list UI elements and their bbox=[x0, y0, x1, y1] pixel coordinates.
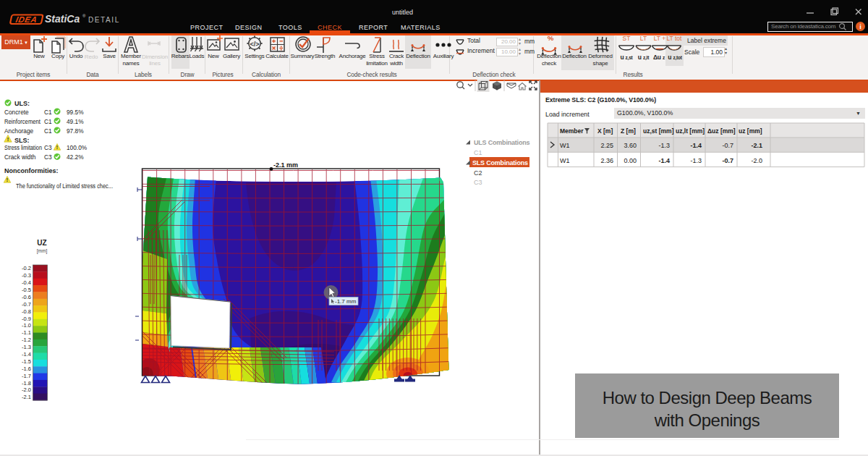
svg-text:Increment: Increment bbox=[467, 47, 495, 54]
svg-text:W1: W1 bbox=[560, 142, 570, 149]
svg-text:Δu z: Δu z bbox=[653, 54, 665, 61]
svg-text:u z,tot: u z,tot bbox=[668, 54, 683, 61]
svg-text:Member: Member bbox=[560, 127, 584, 135]
svg-text:-0.8: -0.8 bbox=[22, 308, 31, 315]
svg-text:-0.4: -0.4 bbox=[22, 279, 31, 286]
svg-text:LT +: LT + bbox=[654, 35, 665, 42]
svg-text:-2.0: -2.0 bbox=[22, 387, 31, 393]
svg-text:-1.3: -1.3 bbox=[690, 157, 702, 164]
svg-text:-1.7 mm: -1.7 mm bbox=[335, 298, 357, 305]
svg-text:ST: ST bbox=[623, 35, 631, 42]
svg-text:-1.4: -1.4 bbox=[22, 351, 31, 358]
svg-text:2.36: 2.36 bbox=[600, 157, 613, 164]
svg-text:-0.5: -0.5 bbox=[22, 287, 31, 293]
svg-text:-0.6: -0.6 bbox=[22, 294, 31, 300]
svg-text:</>: </> bbox=[250, 41, 259, 48]
svg-text:-1.1: -1.1 bbox=[22, 329, 31, 336]
svg-text:X [m]: X [m] bbox=[597, 127, 613, 135]
svg-text:UZ: UZ bbox=[37, 239, 46, 247]
svg-text:-1.7: -1.7 bbox=[22, 373, 31, 379]
svg-text:0.00: 0.00 bbox=[624, 157, 637, 164]
svg-text:C3: C3 bbox=[474, 179, 482, 186]
svg-text:u z,st: u z,st bbox=[620, 54, 633, 61]
svg-text:-1.0: -1.0 bbox=[22, 322, 31, 329]
svg-text:Z [m]: Z [m] bbox=[621, 127, 636, 135]
svg-text:Total: Total bbox=[467, 37, 480, 44]
svg-text:-0.7: -0.7 bbox=[722, 142, 733, 149]
svg-text:-0.2: -0.2 bbox=[22, 265, 31, 271]
svg-text:2.25: 2.25 bbox=[600, 142, 613, 149]
svg-text:LT: LT bbox=[640, 35, 647, 42]
svg-text:-1.4: -1.4 bbox=[690, 142, 702, 149]
svg-text:W1: W1 bbox=[560, 157, 570, 164]
svg-text:SLS Combinations: SLS Combinations bbox=[472, 159, 528, 166]
svg-text:-2.0: -2.0 bbox=[751, 157, 762, 164]
svg-text:DETAIL: DETAIL bbox=[88, 16, 120, 24]
svg-text:-1.3: -1.3 bbox=[658, 142, 670, 149]
svg-text:-2.1: -2.1 bbox=[22, 394, 31, 400]
svg-text:ULS Combinations: ULS Combinations bbox=[474, 139, 529, 146]
svg-text:-0.3: -0.3 bbox=[22, 272, 31, 279]
svg-text:uz [mm]: uz [mm] bbox=[739, 127, 762, 135]
svg-text:u z,lt: u z,lt bbox=[638, 54, 650, 61]
svg-text:C2: C2 bbox=[474, 169, 482, 177]
svg-text:uz,st [mm]: uz,st [mm] bbox=[643, 127, 674, 135]
svg-text:Δuz [mm]: Δuz [mm] bbox=[707, 127, 736, 135]
svg-text:-1.2: -1.2 bbox=[22, 337, 31, 343]
svg-text:%: % bbox=[548, 34, 554, 42]
svg-text:LT tot: LT tot bbox=[667, 35, 683, 42]
svg-text:-1.8: -1.8 bbox=[22, 380, 31, 387]
svg-text:C1: C1 bbox=[474, 149, 482, 156]
svg-text:-1.3: -1.3 bbox=[22, 344, 31, 350]
svg-text:-0.7: -0.7 bbox=[22, 301, 31, 308]
svg-text:-0.7: -0.7 bbox=[722, 157, 733, 164]
svg-text:-1.5: -1.5 bbox=[22, 358, 31, 365]
svg-text:-0.9: -0.9 bbox=[22, 316, 31, 322]
svg-text:-1.4: -1.4 bbox=[658, 157, 670, 164]
svg-text:-1.6: -1.6 bbox=[22, 366, 31, 372]
svg-text:-2.1: -2.1 bbox=[751, 142, 762, 149]
svg-text:3.60: 3.60 bbox=[624, 142, 637, 149]
svg-text:uz,lt [mm]: uz,lt [mm] bbox=[676, 127, 705, 135]
svg-text:-2.1 mm: -2.1 mm bbox=[273, 161, 298, 169]
svg-text:[mm]: [mm] bbox=[37, 248, 48, 254]
